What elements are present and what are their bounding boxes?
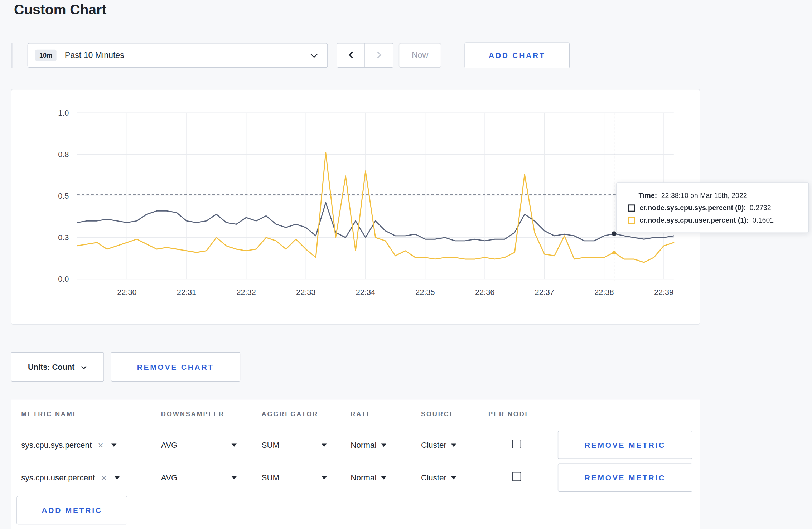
page-title: Custom Chart	[14, 2, 106, 18]
metric-name-select[interactable]: sys.cpu.user.percent ×	[21, 473, 161, 482]
time-range-badge: 10m	[35, 50, 56, 61]
svg-text:22:33: 22:33	[296, 288, 315, 297]
tooltip-time-value: 22:38:10 on Mar 15th, 2022	[661, 191, 747, 199]
remove-chart-button[interactable]: REMOVE CHART	[111, 352, 241, 382]
tooltip-time-label: Time:	[638, 191, 657, 199]
time-range-label: Past 10 Minutes	[65, 51, 310, 60]
metric-name-select[interactable]: sys.cpu.sys.percent ×	[21, 440, 161, 450]
units-label: Units: Count	[28, 362, 74, 371]
source-label: Cluster	[421, 440, 446, 450]
rate-select[interactable]: Normal	[351, 440, 421, 450]
chevron-right-icon	[376, 50, 382, 60]
tooltip-series-row: cr.node.sys.cpu.user.percent (1): 0.1601	[628, 217, 800, 224]
aggregator-label: SUM	[261, 440, 279, 450]
metric-name-label: sys.cpu.sys.percent	[21, 440, 92, 450]
time-nav-group	[337, 43, 393, 68]
chart-canvas[interactable]: 0.00.30.50.81.022:3022:3122:3222:3322:34…	[11, 89, 700, 324]
aggregator-select[interactable]: SUM	[261, 473, 327, 482]
tooltip-series-row: cr.node.sys.cpu.sys.percent (0): 0.2732	[628, 204, 800, 212]
chart-controls: Units: Count REMOVE CHART	[11, 352, 240, 382]
metric-row: sys.cpu.sys.percent × AVG SUM Normal Clu…	[11, 429, 700, 461]
svg-text:0.8: 0.8	[58, 150, 69, 159]
svg-text:22:36: 22:36	[475, 288, 494, 297]
svg-text:22:32: 22:32	[236, 288, 256, 297]
series-value: 0.2732	[750, 204, 771, 212]
remove-metric-button[interactable]: REMOVE METRIC	[558, 431, 692, 459]
caret-down-icon	[381, 443, 386, 447]
chevron-down-icon	[310, 51, 318, 60]
downsampler-label: AVG	[161, 473, 178, 482]
aggregator-select[interactable]: SUM	[261, 440, 327, 450]
downsampler-label: AVG	[161, 440, 178, 450]
add-chart-button[interactable]: ADD CHART	[464, 43, 570, 68]
aggregator-label: SUM	[261, 473, 279, 482]
series-name: cr.node.sys.cpu.user.percent (1):	[639, 217, 749, 224]
header-metric-name: METRIC NAME	[21, 411, 161, 418]
per-node-checkbox[interactable]	[512, 472, 521, 481]
rate-label: Normal	[351, 440, 376, 450]
next-time-button[interactable]	[365, 43, 394, 68]
rate-label: Normal	[351, 473, 376, 482]
series-value: 0.1601	[752, 217, 774, 224]
caret-down-icon	[111, 443, 116, 447]
toolbar-divider	[11, 43, 13, 68]
caret-down-icon	[232, 443, 237, 447]
svg-text:1.0: 1.0	[58, 108, 69, 117]
downsampler-select[interactable]: AVG	[161, 473, 237, 482]
source-select[interactable]: Cluster	[421, 473, 488, 482]
metrics-table: METRIC NAME DOWNSAMPLER AGGREGATOR RATE …	[11, 400, 700, 529]
chevron-down-icon	[81, 362, 87, 371]
add-metric-button[interactable]: ADD METRIC	[16, 496, 127, 525]
caret-down-icon	[322, 476, 327, 479]
svg-text:0.5: 0.5	[58, 191, 69, 200]
series-swatch-sys	[628, 204, 635, 212]
tooltip-time: Time:22:38:10 on Mar 15th, 2022	[628, 191, 800, 199]
svg-text:22:30: 22:30	[117, 288, 136, 297]
chevron-left-icon	[348, 50, 354, 60]
clear-icon[interactable]: ×	[101, 473, 106, 482]
svg-text:22:35: 22:35	[415, 288, 435, 297]
svg-text:22:34: 22:34	[356, 288, 375, 297]
caret-down-icon	[451, 443, 456, 447]
caret-down-icon	[451, 476, 456, 479]
caret-down-icon	[322, 443, 327, 447]
header-downsampler: DOWNSAMPLER	[161, 411, 262, 418]
now-button[interactable]: Now	[399, 43, 441, 68]
per-node-checkbox[interactable]	[512, 440, 521, 448]
chart-tooltip: Time:22:38:10 on Mar 15th, 2022 cr.node.…	[616, 182, 809, 233]
source-label: Cluster	[421, 473, 446, 482]
chart-card: 0.00.30.50.81.022:3022:3122:3222:3322:34…	[11, 89, 700, 325]
page: Custom Chart 10m Past 10 Minutes Now AD	[0, 0, 812, 529]
header-source: SOURCE	[421, 411, 488, 418]
toolbar: 10m Past 10 Minutes Now ADD CHART	[11, 43, 570, 68]
series-swatch-user	[628, 217, 635, 224]
caret-down-icon	[114, 476, 119, 479]
remove-metric-button[interactable]: REMOVE METRIC	[558, 464, 692, 492]
metric-row: sys.cpu.user.percent × AVG SUM Normal Cl…	[11, 461, 700, 494]
svg-text:22:39: 22:39	[654, 288, 673, 297]
svg-text:0.3: 0.3	[58, 233, 69, 242]
source-select[interactable]: Cluster	[421, 440, 488, 450]
svg-text:22:38: 22:38	[594, 288, 614, 297]
caret-down-icon	[381, 476, 386, 479]
metric-name-label: sys.cpu.user.percent	[21, 473, 95, 482]
svg-text:22:31: 22:31	[177, 288, 196, 297]
rate-select[interactable]: Normal	[351, 473, 421, 482]
header-aggregator: AGGREGATOR	[261, 411, 351, 418]
svg-text:22:37: 22:37	[535, 288, 554, 297]
series-name: cr.node.sys.cpu.sys.percent (0):	[639, 204, 746, 212]
header-rate: RATE	[351, 411, 421, 418]
units-select-button[interactable]: Units: Count	[11, 352, 104, 382]
svg-text:0.0: 0.0	[58, 275, 69, 283]
caret-down-icon	[232, 476, 237, 479]
time-range-select[interactable]: 10m Past 10 Minutes	[28, 43, 328, 68]
metrics-table-header: METRIC NAME DOWNSAMPLER AGGREGATOR RATE …	[11, 400, 700, 429]
clear-icon[interactable]: ×	[98, 440, 103, 450]
prev-time-button[interactable]	[337, 43, 365, 68]
downsampler-select[interactable]: AVG	[161, 440, 237, 450]
header-per-node: PER NODE	[488, 411, 553, 418]
